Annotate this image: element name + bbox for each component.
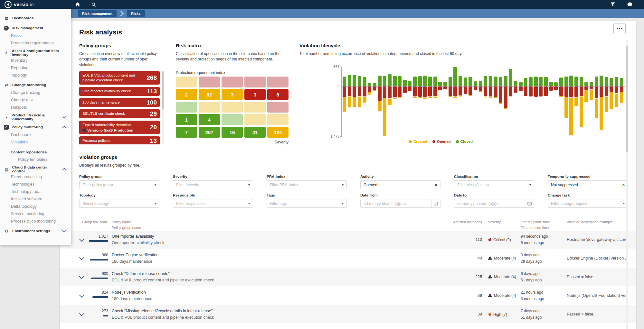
calendar-icon[interactable]	[525, 199, 534, 208]
sidebar-item-change-tracking[interactable]: Change tracking	[0, 89, 71, 96]
bar-created-day54	[610, 92, 613, 109]
risk-matrix-cell-r3-c1[interactable]	[176, 102, 197, 113]
policy-group-card[interactable]: Explicit vulnerability detectionVersio.i…	[79, 121, 160, 134]
clear-filter-icon[interactable]: ×	[435, 183, 437, 187]
policy-group-select[interactable]: Filter policy group▾	[79, 180, 159, 189]
risk-matrix-cell-r3-c3[interactable]	[222, 102, 243, 113]
calendar-icon[interactable]	[431, 199, 440, 208]
sidebar-item-delta-topology[interactable]: Delta topology	[0, 203, 71, 210]
sidebar-item-content-repositories[interactable]: Content repositories	[0, 148, 71, 156]
policy-group-card[interactable]: SSL/TLS certificate check29	[79, 109, 160, 118]
sidebar-item-hotspots[interactable]: Hotspots	[0, 104, 71, 111]
chat-icon[interactable]	[627, 1, 633, 7]
bar-closed-day49	[584, 82, 588, 86]
risk-matrix-cell-r5-c2[interactable]: 267	[199, 127, 220, 138]
sidebar-item-inventory[interactable]: Inventory	[0, 57, 71, 64]
risk-matrix-cell-r5-c5[interactable]: 124	[267, 127, 289, 138]
pra-index-select[interactable]: Filter PRA-Index▾	[267, 180, 347, 189]
content-scrollbar-thumb[interactable]	[626, 46, 628, 152]
responsible-select[interactable]: Filter responsible▾	[173, 199, 253, 208]
sidebar-item-change-monitoring[interactable]: ⇄Change monitoring	[0, 81, 71, 89]
risk-matrix-cell-r1-c1[interactable]	[176, 77, 197, 87]
topology-select[interactable]: Select topology▾	[79, 199, 159, 208]
breadcrumb-risks[interactable]: Risks	[127, 10, 145, 17]
home-icon[interactable]	[75, 1, 81, 7]
time-cell: 94 seconds ago6 months ago	[521, 231, 548, 249]
sidebar-item-risks[interactable]: Risks	[0, 32, 71, 39]
temporarily-suppressed-select[interactable]: Not suppressed×	[548, 180, 628, 189]
sidebar-item-process-job-monitoring[interactable]: Process & job monitoring	[0, 217, 71, 225]
risk-matrix-cell-r5-c4[interactable]: 41	[244, 127, 266, 138]
risk-matrix-cell-r4-c1[interactable]: 1	[176, 114, 197, 125]
risk-matrix-cell-r3-c5[interactable]	[267, 102, 289, 113]
policy-group-name: 180 days maintenance	[82, 100, 142, 105]
policy-group-card[interactable]: Proxmox policies13	[79, 136, 160, 144]
risk-matrix-cell-r1-c5[interactable]	[267, 77, 289, 87]
sidebar-item-topology[interactable]: Topology	[0, 71, 71, 79]
page-menu-button[interactable]	[613, 23, 626, 34]
date-to-input[interactable]: dd-mm-yy hh:mm (a|p)m	[454, 199, 525, 208]
violation-groups-description: Displays all results grouped by rule.	[79, 163, 631, 168]
violation-group-row[interactable]: 1,017OneImporter availabilityOneImporter…	[60, 231, 636, 249]
violation-group-row[interactable]: 273Check "Missing release lifecycle deta…	[60, 305, 636, 323]
sidebar-item-product-lifecycle-vulnerability[interactable]: ◑Product lifecycle & vulnerability	[0, 113, 71, 121]
risk-matrix-cell-r1-c3[interactable]	[222, 77, 243, 87]
sidebar-item-service-monitoring[interactable]: Service monitoring	[0, 210, 71, 217]
sidebar-item-policy-monitoring[interactable]: ✔Policy monitoring	[0, 123, 71, 131]
sidebar-item-dashboards[interactable]: ▦Dashboards	[0, 14, 71, 22]
violation-group-row[interactable]: 900Check "Different release counts"EOL &…	[60, 268, 636, 286]
sidebar-item-technologies[interactable]: Technologies	[0, 180, 71, 188]
risk-matrix-cell-r2-c3[interactable]: 3	[222, 89, 243, 100]
sidebar-item-installed-software[interactable]: Installed software	[0, 195, 71, 203]
policy-group-card[interactable]: OneImporter availibility check113	[79, 87, 160, 96]
chevron-down-icon: ▾	[342, 202, 344, 205]
violation-group-row[interactable]: Redis verification	[60, 324, 636, 329]
risk-matrix-cell-r2-c4[interactable]: 3	[244, 89, 266, 100]
risk-matrix-cell-r5-c1[interactable]: 7	[176, 127, 197, 138]
activity-select[interactable]: Opened×	[360, 180, 440, 189]
policy-group-open-violations-count: 29	[150, 110, 157, 117]
risk-matrix-cell-r5-c3[interactable]: 16	[222, 127, 243, 138]
severity-select[interactable]: Filter severity▾	[173, 180, 253, 189]
sidebar-item-reporting[interactable]: Reporting	[0, 64, 71, 71]
risk-matrix-cell-r3-c4[interactable]	[244, 102, 266, 113]
violation-group-row[interactable]: 824Node.js verification180 days maintena…	[60, 287, 636, 305]
risk-matrix-cell-r2-c5[interactable]: 8	[267, 89, 289, 100]
policy-group-card[interactable]: 180 days maintenance100	[79, 98, 160, 107]
tags-select[interactable]: Filter tags▾	[267, 199, 347, 208]
policy-groups-scrollbar-thumb[interactable]	[162, 71, 164, 109]
risk-matrix-cell-r2-c1[interactable]: 2	[176, 89, 197, 100]
sidebar-item-violations[interactable]: Violations	[0, 138, 71, 146]
violation-group-row[interactable]: 960Docker Engine verification180 days ma…	[60, 249, 636, 267]
sidebar-item-event-processing[interactable]: Event processing	[0, 173, 71, 180]
sidebar-item-change-task[interactable]: Change task	[0, 96, 71, 104]
risk-matrix-cell-r2-c2[interactable]: 82	[199, 89, 220, 100]
date-from-input[interactable]: dd-mm-yy hh:mm (a|p)m	[360, 199, 431, 208]
search-icon[interactable]	[90, 1, 97, 7]
classification-select[interactable]: Filter classification▾	[454, 180, 534, 189]
policy-group-card[interactable]: EOL & VUL product content and pipeline e…	[79, 71, 160, 85]
filter-funnel-icon[interactable]	[610, 1, 616, 7]
risk-matrix-cell-r1-c4[interactable]	[244, 77, 266, 87]
clear-filter-icon[interactable]: ×	[622, 183, 625, 187]
sidebar-item-asset-configuration-item-inventory[interactable]: ✳Asset & configuration item inventory	[0, 49, 71, 57]
breadcrumb-risk-management[interactable]: Risk management	[78, 10, 117, 17]
change-task-select[interactable]: Filter change request▾	[548, 199, 628, 208]
risk-matrix-cell-r4-c2[interactable]: 4	[199, 114, 220, 125]
risk-matrix-cell-r1-c2[interactable]	[199, 77, 220, 87]
versio-logo[interactable]: V versio.io	[5, 1, 34, 8]
sidebar-item-environment-settings[interactable]: ⚙Environment settings	[0, 227, 71, 235]
sidebar-item-cloud-data-center-control[interactable]: ▤Cloud & data center control	[0, 165, 71, 173]
sidebar-item-risk-management[interactable]: ✎Risk management	[0, 24, 71, 32]
y-axis-top-label: 567	[327, 65, 339, 69]
bar-closed-day18	[428, 77, 432, 86]
risk-matrix-cell-r3-c2[interactable]	[199, 102, 220, 113]
sidebar-item-technology-radar[interactable]: Technology radar	[0, 188, 71, 195]
risk-matrix-cell-r4-c5[interactable]	[267, 114, 289, 125]
risk-matrix-cell-r4-c3[interactable]	[222, 114, 243, 125]
sidebar-item-protection-requirements[interactable]: Protection requirements	[0, 39, 71, 47]
risk-matrix-cell-r4-c4[interactable]	[244, 114, 266, 125]
sidebar-item-dashboard[interactable]: Dashboard	[0, 131, 71, 138]
bar-opened-day36	[519, 87, 523, 91]
sidebar-item-policy-templates[interactable]: Policy templates	[0, 156, 71, 163]
